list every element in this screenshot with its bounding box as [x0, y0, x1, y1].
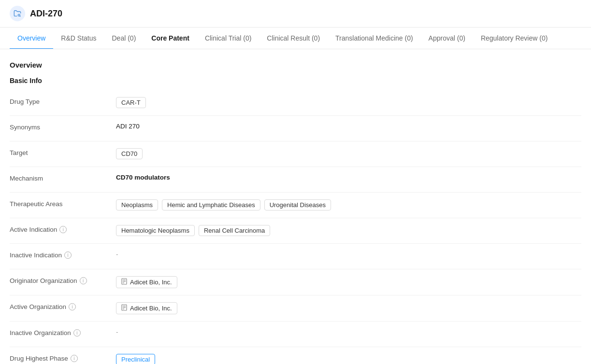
field-row: Drug TypeCAR-T [10, 92, 581, 113]
field-value: Preclinical [116, 354, 581, 364]
tag: CD70 [116, 148, 143, 159]
field-row: TargetCD70 [10, 143, 581, 165]
subsection-title: Basic Info [10, 77, 581, 84]
field-label: Synonyms [10, 123, 116, 131]
info-icon[interactable]: i [73, 329, 81, 336]
field-row: SynonymsADI 270 [10, 118, 581, 139]
field-value: CAR-T [116, 97, 581, 108]
tab-clinical-result--0-[interactable]: Clinical Result (0) [259, 28, 328, 49]
field-row: Inactive Indicationi- [10, 246, 581, 267]
divider [10, 115, 581, 116]
field-label: Inactive Organizationi [10, 328, 116, 336]
field-row: Active IndicationiHematologic NeoplasmsR… [10, 220, 581, 241]
info-icon[interactable]: i [71, 355, 78, 362]
fields-container: Drug TypeCAR-TSynonymsADI 270TargetCD70M… [10, 92, 581, 364]
info-icon[interactable]: i [69, 303, 76, 310]
field-label: Inactive Indicationi [10, 251, 116, 259]
main-content: Overview Basic Info Drug TypeCAR-TSynony… [0, 49, 591, 364]
tab-overview[interactable]: Overview [10, 28, 53, 49]
field-value: - [116, 328, 581, 336]
org-name: Adicet Bio, Inc. [130, 305, 172, 312]
field-label: Target [10, 148, 116, 156]
info-icon[interactable]: i [80, 277, 87, 284]
divider [10, 295, 581, 295]
field-plain-value: ADI 270 [116, 123, 140, 130]
tag: Neoplasms [116, 199, 158, 210]
info-icon[interactable]: i [64, 252, 72, 259]
divider [10, 167, 581, 167]
tab-approval--0-[interactable]: Approval (0) [421, 28, 473, 49]
field-dash-value: - [116, 251, 118, 258]
org-tag[interactable]: Adicet Bio, Inc. [116, 302, 177, 314]
drug-icon [10, 6, 25, 21]
org-tag[interactable]: Adicet Bio, Inc. [116, 276, 177, 288]
divider [10, 269, 581, 269]
org-file-icon [121, 304, 127, 312]
tab-translational-medicine--0-[interactable]: Translational Medicine (0) [328, 28, 421, 49]
tab-bar: OverviewR&D StatusDeal (0)Core PatentCli… [0, 28, 591, 49]
field-label: Mechanism [10, 174, 116, 182]
field-row: Therapeutic AreasNeoplasmsHemic and Lymp… [10, 195, 581, 216]
tab-r&d-status[interactable]: R&D Status [53, 28, 104, 49]
tab-core-patent[interactable]: Core Patent [144, 28, 197, 49]
field-label: Drug Highest Phasei [10, 354, 116, 362]
divider [10, 141, 581, 141]
field-row: Inactive Organizationi- [10, 323, 581, 345]
field-label: Originator Organizationi [10, 276, 116, 284]
page-header: ADI-270 [0, 0, 591, 28]
field-value: CD70 [116, 148, 581, 159]
field-dash-value: - [116, 328, 118, 336]
section-title: Overview [10, 61, 581, 69]
field-value: NeoplasmsHemic and Lymphatic DiseasesUro… [116, 199, 581, 210]
field-value: - [116, 251, 581, 258]
tab-regulatory-review--0-[interactable]: Regulatory Review (0) [473, 28, 556, 49]
page-title: ADI-270 [30, 9, 62, 19]
divider [10, 192, 581, 193]
divider [10, 243, 581, 244]
tag: Hemic and Lymphatic Diseases [162, 199, 260, 210]
tag-blue: Preclinical [116, 354, 155, 364]
tag: Urogenital Diseases [264, 199, 331, 210]
field-value: Adicet Bio, Inc. [116, 302, 581, 314]
org-file-icon [121, 278, 127, 286]
field-bold-value: CD70 modulators [116, 174, 170, 181]
field-value: ADI 270 [116, 123, 581, 130]
field-row: Drug Highest PhaseiPreclinical [10, 349, 581, 364]
field-row: Active OrganizationiAdicet Bio, Inc. [10, 297, 581, 319]
divider [10, 347, 581, 347]
field-label: Drug Type [10, 97, 116, 105]
divider [10, 321, 581, 322]
field-value: Hematologic NeoplasmsRenal Cell Carcinom… [116, 225, 581, 236]
field-label: Therapeutic Areas [10, 199, 116, 208]
field-label: Active Indicationi [10, 225, 116, 233]
tag: CAR-T [116, 97, 146, 108]
field-value: Adicet Bio, Inc. [116, 276, 581, 288]
field-row: MechanismCD70 modulators [10, 169, 581, 190]
tab-deal--0-[interactable]: Deal (0) [104, 28, 144, 49]
info-icon[interactable]: i [59, 226, 67, 233]
divider [10, 218, 581, 218]
tag: Renal Cell Carcinoma [199, 225, 270, 236]
field-value: CD70 modulators [116, 174, 581, 181]
org-name: Adicet Bio, Inc. [130, 279, 172, 286]
field-row: Originator OrganizationiAdicet Bio, Inc. [10, 271, 581, 293]
tab-clinical-trial--0-[interactable]: Clinical Trial (0) [197, 28, 259, 49]
field-label: Active Organizationi [10, 302, 116, 310]
tag: Hematologic Neoplasms [116, 225, 195, 236]
